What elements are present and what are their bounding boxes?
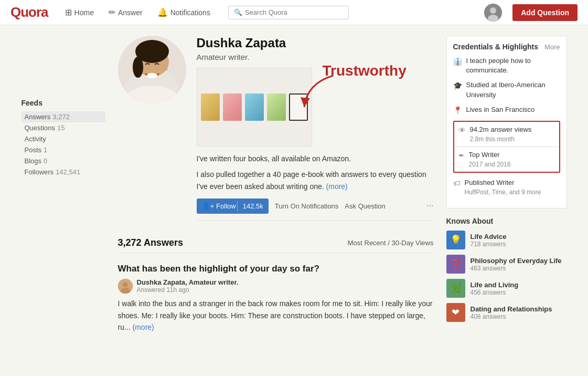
arrow-annotation: [296, 73, 338, 115]
answer-item: What has been the highlight of your day …: [118, 259, 434, 333]
credential-highlighted-group: 👁 94.2m answer views 2.8m this month ✒ T…: [453, 121, 560, 173]
search-bar[interactable]: 🔍: [228, 6, 349, 19]
ask-question-link[interactable]: Ask Question: [345, 202, 385, 210]
quora-logo[interactable]: Quora: [10, 4, 48, 20]
add-question-button[interactable]: Add Question: [512, 4, 578, 21]
profile-name: Dushka Zapata: [197, 36, 434, 50]
book-covers: [197, 88, 312, 126]
knows-name-1: Philosophy of Everyday Life: [471, 257, 562, 265]
knows-name-3: Dating and Relationships: [471, 305, 552, 313]
knows-thumb-0: 💡: [446, 231, 465, 249]
credential-icon-study: 🎓: [453, 81, 462, 91]
profile-text-2: I also pulled together a 40 page e-book …: [197, 169, 434, 192]
knows-thumb-1: ❓: [446, 255, 465, 274]
search-input[interactable]: [245, 8, 343, 16]
answers-header: 3,272 Answers Most Recent / 30-Day Views: [118, 231, 434, 253]
knows-count-2: 456 answers: [471, 289, 519, 296]
feed-item-posts[interactable]: Posts 1: [22, 144, 105, 155]
book-1: [201, 93, 220, 121]
credential-item-views: 👁 94.2m answer views 2.8m this month: [454, 122, 559, 147]
knows-name-0: Life Advice: [471, 233, 507, 241]
credential-item-teach: 👔 I teach people how to communicate.: [453, 56, 560, 75]
more-link-1[interactable]: (more): [326, 182, 348, 191]
follow-icon: 👤+: [202, 202, 215, 210]
knows-count-1: 463 answers: [471, 265, 562, 272]
profile-text-1: I've written four books, all available o…: [197, 153, 434, 164]
main-content: Dushka Zapata Amateur writer.: [118, 36, 434, 333]
profile-info: Dushka Zapata Amateur writer.: [197, 36, 434, 221]
answer-meta: Dushka Zapata, Amateur writer. Answered …: [118, 278, 434, 294]
left-sidebar: Feeds Answers 3,272 Questions 15 Activit…: [22, 36, 105, 333]
right-sidebar: Credentials & Highlights More 👔 I teach …: [446, 36, 567, 333]
bell-icon: 🔔: [157, 7, 168, 17]
trustworthy-annotation: Trustworthy: [323, 62, 407, 79]
feed-item-questions[interactable]: Questions 15: [22, 122, 105, 133]
answers-sort: Most Recent / 30-Day Views: [348, 239, 434, 247]
svg-point-8: [133, 57, 143, 78]
navbar: Quora ⊞ Home ✏ Answer 🔔 Notifications 🔍 …: [0, 0, 588, 25]
profile-bio: Amateur writer.: [197, 53, 434, 61]
credentials-section: Credentials & Highlights More 👔 I teach …: [446, 36, 567, 208]
answer-timestamp: Answered 11h ago: [137, 286, 239, 294]
credentials-title: Credentials & Highlights: [453, 43, 539, 51]
knows-about-title: Knows About: [446, 217, 567, 225]
feed-item-blogs[interactable]: Blogs 0: [22, 155, 105, 166]
answer-question[interactable]: What has been the highlight of your day …: [118, 264, 434, 274]
follow-count: 142.5k: [238, 199, 269, 214]
tag-icon: 🏷: [453, 179, 461, 189]
profile-avatar: [118, 36, 186, 104]
answer-author-avatar: [118, 279, 133, 294]
feed-item-followers[interactable]: Followers 142,541: [22, 166, 105, 177]
book-4: [267, 93, 286, 121]
svg-point-9: [147, 73, 157, 78]
credential-item-location: 📍 Lives in San Francisco: [453, 105, 560, 116]
page-container: Feeds Answers 3,272 Questions 15 Activit…: [11, 25, 578, 333]
profile-header: Dushka Zapata Amateur writer.: [118, 36, 434, 221]
answer-text: I walk into the bus and a stranger in th…: [118, 298, 434, 333]
knows-item-2[interactable]: 🌿 Life and Living 456 answers: [446, 279, 567, 298]
svg-point-1: [490, 7, 496, 14]
action-bar: 👤+ Follow 142.5k Turn On Notifications A…: [197, 199, 434, 221]
book-3: [245, 93, 264, 121]
answers-count: 3,272 Answers: [118, 237, 183, 248]
answer-icon: ✏: [109, 7, 115, 17]
home-icon: ⊞: [65, 7, 72, 17]
pen-icon: ✒: [458, 151, 465, 161]
knows-thumb-3: ❤: [446, 303, 465, 322]
knows-name-2: Life and Living: [471, 281, 519, 289]
credential-icon-teach: 👔: [453, 57, 462, 67]
knows-item-0[interactable]: 💡 Life Advice 718 answers: [446, 231, 567, 249]
svg-point-13: [123, 282, 128, 287]
follow-button[interactable]: 👤+ Follow 142.5k: [197, 199, 269, 214]
more-link-2[interactable]: (more): [133, 323, 154, 331]
turn-on-notifications-link[interactable]: Turn On Notifications: [275, 202, 339, 210]
feed-item-activity[interactable]: Activity: [22, 133, 105, 144]
nav-notifications[interactable]: 🔔 Notifications: [155, 7, 212, 17]
knows-about-section: Knows About 💡 Life Advice 718 answers ❓ …: [446, 217, 567, 322]
cover-image: [197, 68, 312, 147]
nav-answer[interactable]: ✏ Answer: [106, 7, 145, 17]
credential-item-top-writer: ✒ Top Writer 2017 and 2016: [454, 147, 559, 172]
book-2: [223, 93, 242, 121]
feed-item-answers[interactable]: Answers 3,272: [22, 111, 105, 122]
credential-icon-location: 📍: [453, 106, 462, 116]
credential-item-study: 🎓 Studied at Ibero-American University: [453, 80, 560, 99]
credentials-header: Credentials & Highlights More: [453, 43, 560, 51]
knows-count-3: 408 answers: [471, 313, 552, 320]
more-options-button[interactable]: ···: [426, 201, 434, 212]
eye-icon: 👁: [458, 126, 466, 136]
user-avatar-nav[interactable]: [484, 4, 502, 22]
knows-item-3[interactable]: ❤ Dating and Relationships 408 answers: [446, 303, 567, 322]
search-icon: 🔍: [234, 8, 242, 17]
feeds-title: Feeds: [22, 99, 105, 107]
answer-author-info: Dushka Zapata, Amateur writer. Answered …: [137, 278, 239, 294]
knows-thumb-2: 🌿: [446, 279, 465, 298]
knows-item-1[interactable]: ❓ Philosophy of Everyday Life 463 answer…: [446, 255, 567, 274]
knows-count-0: 718 answers: [471, 241, 507, 248]
credentials-more-link[interactable]: More: [544, 43, 560, 51]
nav-home[interactable]: ⊞ Home: [63, 7, 96, 17]
credential-item-published: 🏷 Published Writer HuffPost, Time, and 9…: [453, 178, 560, 196]
answer-author-name: Dushka Zapata, Amateur writer.: [137, 278, 239, 286]
